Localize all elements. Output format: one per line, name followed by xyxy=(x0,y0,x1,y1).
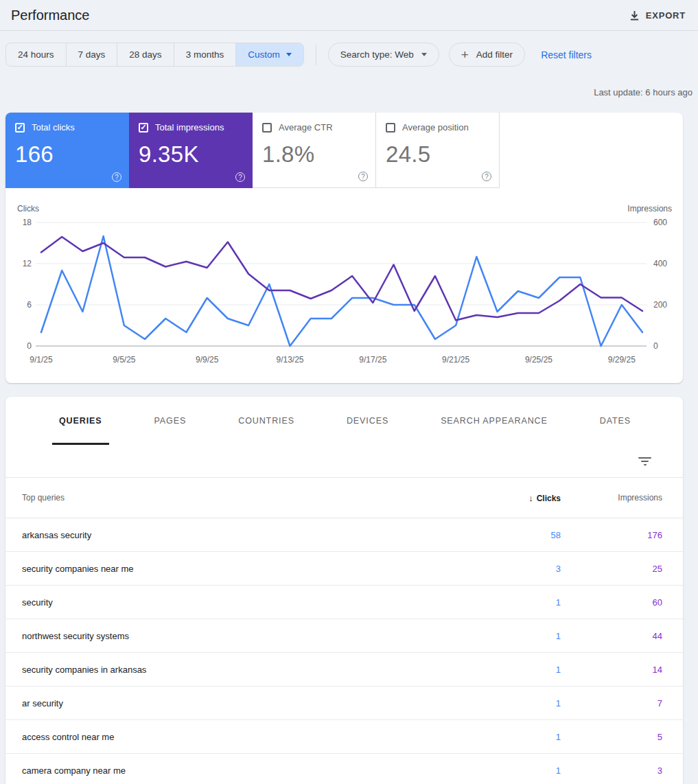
left-axis-tick: 12 xyxy=(23,259,32,268)
metric-cards: ✓Total clicks166?✓Total impressions9.35K… xyxy=(5,113,683,188)
right-axis-tick: 0 xyxy=(653,341,658,351)
search-type-button[interactable]: Search type: Web xyxy=(328,43,439,67)
x-axis-tick: 9/21/25 xyxy=(442,355,469,365)
date-range-7-days[interactable]: 7 days xyxy=(67,43,118,66)
export-label: EXPORT xyxy=(646,10,686,21)
query-cell: security companies near me xyxy=(22,564,485,574)
metric-card-average-ctr[interactable]: Average CTR1.8%? xyxy=(253,113,376,188)
tab-devices[interactable]: DEVICES xyxy=(340,397,395,445)
x-axis-tick: 9/13/25 xyxy=(276,355,303,365)
filter-list-icon[interactable] xyxy=(638,457,651,465)
chevron-down-icon xyxy=(286,53,292,56)
metric-card-total-clicks[interactable]: ✓Total clicks166? xyxy=(5,113,129,188)
add-filter-button[interactable]: + Add filter xyxy=(449,43,525,67)
impressions-cell: 25 xyxy=(580,564,683,574)
dimension-tabs: QUERIESPAGESCOUNTRIESDEVICESSEARCH APPEA… xyxy=(5,397,683,445)
right-axis-tick: 200 xyxy=(653,300,667,310)
query-cell: ar security xyxy=(22,698,485,708)
add-filter-label: Add filter xyxy=(476,49,513,60)
table-row[interactable]: northwest security systems144 xyxy=(5,619,683,653)
clicks-cell: 1 xyxy=(485,631,580,641)
impressions-cell: 3 xyxy=(580,765,683,776)
header-bar: Performance EXPORT xyxy=(0,0,698,31)
x-axis-tick: 9/25/25 xyxy=(525,355,552,365)
table-row[interactable]: security companies near me325 xyxy=(5,552,683,586)
metric-value: 24.5 xyxy=(386,141,489,168)
metric-card-average-position[interactable]: Average position24.5? xyxy=(376,113,500,188)
clicks-cell: 3 xyxy=(485,564,580,574)
query-cell: security xyxy=(22,597,485,608)
table-row[interactable]: arkansas security58176 xyxy=(5,518,683,552)
x-axis-tick: 9/17/25 xyxy=(359,355,386,365)
checkbox-unchecked-icon[interactable] xyxy=(262,123,272,132)
metric-label: Average position xyxy=(402,122,469,132)
clicks-cell: 1 xyxy=(485,732,580,742)
clicks-cell: 1 xyxy=(485,597,580,608)
tab-pages[interactable]: PAGES xyxy=(148,397,194,445)
help-icon[interactable]: ? xyxy=(482,172,491,181)
clicks-cell: 1 xyxy=(485,765,580,776)
right-axis-tick: 600 xyxy=(653,218,667,227)
table-row[interactable]: ar security17 xyxy=(5,687,683,720)
date-range-custom[interactable]: Custom xyxy=(236,43,303,66)
help-icon[interactable]: ? xyxy=(358,172,368,181)
tab-search-appearance[interactable]: SEARCH APPEARANCE xyxy=(434,397,555,445)
filter-divider xyxy=(316,45,316,65)
date-range-label: Custom xyxy=(248,49,280,60)
metric-label: Total clicks xyxy=(32,122,75,132)
query-cell: security companies in arkansas xyxy=(22,665,485,675)
left-axis-tick: 6 xyxy=(27,300,32,310)
clicks-cell: 58 xyxy=(485,530,580,540)
metric-card-total-impressions[interactable]: ✓Total impressions9.35K? xyxy=(129,113,253,188)
x-axis-tick: 9/1/25 xyxy=(30,355,53,365)
date-range-24-hours[interactable]: 24 hours xyxy=(6,43,67,66)
right-axis-label: Impressions xyxy=(627,204,672,214)
reset-filters-link[interactable]: Reset filters xyxy=(541,49,592,60)
export-button[interactable]: EXPORT xyxy=(629,10,686,21)
performance-chart: 1812606004002000ClicksImpressions9/1/259… xyxy=(5,202,683,369)
table-row[interactable]: camera company near me13 xyxy=(5,754,683,784)
metric-value: 166 xyxy=(15,141,119,168)
impressions-cell: 7 xyxy=(580,698,683,708)
table-row[interactable]: security160 xyxy=(5,586,683,619)
tab-countries[interactable]: COUNTRIES xyxy=(231,397,301,445)
date-range-group: 24 hours7 days28 days3 monthsCustom xyxy=(5,43,304,67)
filter-bar: 24 hours7 days28 days3 monthsCustom Sear… xyxy=(5,43,687,67)
table-panel: QUERIESPAGESCOUNTRIESDEVICESSEARCH APPEA… xyxy=(5,397,683,784)
column-header-queries[interactable]: Top queries xyxy=(22,493,485,503)
checkbox-unchecked-icon[interactable] xyxy=(386,123,395,132)
last-update-text: Last update: 6 hours ago xyxy=(594,87,693,97)
date-range-label: 7 days xyxy=(78,49,106,60)
impressions-cell: 176 xyxy=(580,530,683,540)
right-axis-tick: 400 xyxy=(653,259,667,268)
table-row[interactable]: security companies in arkansas114 xyxy=(5,653,683,687)
metric-value: 1.8% xyxy=(262,141,366,168)
left-axis-tick: 18 xyxy=(23,218,32,227)
column-header-impressions[interactable]: Impressions xyxy=(580,493,683,503)
x-axis-tick: 9/5/25 xyxy=(113,355,136,365)
metric-value: 9.35K xyxy=(139,141,243,168)
table-header-row: Top queries ↓Clicks Impressions xyxy=(5,478,683,518)
tab-dates[interactable]: DATES xyxy=(593,397,638,445)
column-header-clicks[interactable]: ↓Clicks xyxy=(485,493,580,503)
checkbox-checked-icon[interactable]: ✓ xyxy=(15,123,25,132)
table-row[interactable]: access control near me15 xyxy=(5,720,683,754)
x-axis-tick: 9/29/25 xyxy=(608,355,636,365)
query-cell: northwest security systems xyxy=(22,631,485,641)
metric-label: Total impressions xyxy=(155,122,224,132)
help-icon[interactable]: ? xyxy=(235,172,245,182)
download-icon xyxy=(629,10,640,21)
clicks-line xyxy=(41,236,642,346)
date-range-label: 28 days xyxy=(129,49,161,60)
impressions-cell: 44 xyxy=(580,631,683,641)
impressions-cell: 60 xyxy=(580,597,683,608)
checkbox-checked-icon[interactable]: ✓ xyxy=(139,123,148,132)
tab-queries[interactable]: QUERIES xyxy=(52,397,109,445)
x-axis-tick: 9/9/25 xyxy=(196,355,219,365)
query-cell: arkansas security xyxy=(22,530,485,540)
date-range-28-days[interactable]: 28 days xyxy=(117,43,174,66)
table-body: arkansas security58176security companies… xyxy=(5,518,683,784)
help-icon[interactable]: ? xyxy=(112,172,121,182)
clicks-cell: 1 xyxy=(485,698,580,708)
date-range-3-months[interactable]: 3 months xyxy=(174,43,237,66)
